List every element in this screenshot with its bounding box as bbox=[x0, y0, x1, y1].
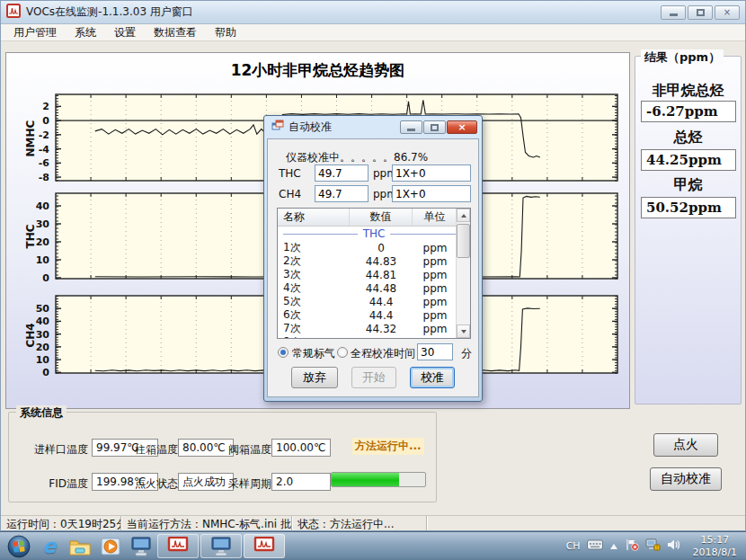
chart-title: 12小时非甲烷总烃趋势图 bbox=[6, 60, 629, 81]
svg-text:2: 2 bbox=[42, 101, 49, 112]
network-icon[interactable]: ! bbox=[645, 538, 661, 554]
ch4-value-input[interactable] bbox=[315, 185, 369, 202]
table-header: 名称 数值 单位 bbox=[278, 209, 470, 227]
dialog-minimize-button[interactable] bbox=[400, 120, 422, 134]
ignition-state-label: 点火状态 bbox=[135, 476, 178, 492]
y-axis-label-nmhc: NMHC bbox=[24, 98, 37, 179]
row-unit: ppm bbox=[413, 282, 457, 295]
taskbar: e CH bbox=[0, 531, 746, 560]
status-bar: 运行时间：0天19时25分29秒 当前运行方法：NMHC-标气.ini 批处理 … bbox=[1, 515, 745, 530]
thc-field-label: THC bbox=[279, 167, 301, 180]
row-unit: ppm bbox=[413, 296, 457, 308]
maximize-button[interactable] bbox=[688, 5, 713, 20]
row-name: 8次 bbox=[278, 334, 350, 339]
scroll-down-button[interactable] bbox=[457, 324, 470, 338]
dialog-close-button[interactable]: × bbox=[447, 120, 477, 134]
menu-system[interactable]: 系统 bbox=[66, 23, 105, 42]
dialog-maximize-button[interactable] bbox=[423, 120, 446, 134]
col-unit-header[interactable]: 单位 bbox=[413, 209, 457, 226]
menu-data-view[interactable]: 数据查看 bbox=[145, 23, 206, 42]
menubar: 用户管理 系统 设置 数据查看 帮助 bbox=[1, 24, 745, 41]
radio-normal-gas[interactable] bbox=[278, 347, 289, 358]
time-label: 时间 bbox=[394, 346, 415, 361]
result-label-ch4: 甲烷 bbox=[635, 176, 741, 195]
start-button[interactable]: 开始 bbox=[351, 367, 396, 388]
time-input[interactable] bbox=[417, 343, 453, 360]
dialog-minimize-icon bbox=[407, 129, 415, 131]
fid-temp-label: FID温度 bbox=[11, 476, 88, 492]
svg-text:20: 20 bbox=[36, 342, 50, 353]
dialog-title: 自动校准 bbox=[289, 120, 332, 135]
table-row: 8次44.4ppm bbox=[278, 335, 470, 339]
scroll-up-icon bbox=[461, 214, 466, 218]
status-run-time: 运行时间：0天19时25分29秒 bbox=[1, 516, 121, 530]
abort-button[interactable]: 放弃 bbox=[291, 367, 338, 388]
calibrate-button[interactable]: 校准 bbox=[410, 367, 455, 388]
row-unit: ppm bbox=[413, 323, 457, 335]
auto-calibrate-button[interactable]: 自动校准 bbox=[650, 467, 722, 491]
menu-settings[interactable]: 设置 bbox=[105, 23, 145, 42]
task-monitor-app-window-1[interactable] bbox=[157, 534, 199, 558]
action-center-flag-icon[interactable] bbox=[625, 538, 639, 554]
volume-icon[interactable] bbox=[667, 538, 681, 554]
row-value: 44.4 bbox=[350, 296, 413, 308]
internet-explorer-icon[interactable]: e bbox=[34, 534, 65, 559]
method-running-status: 方法运行中... bbox=[352, 438, 424, 455]
svg-text:-6: -6 bbox=[39, 157, 50, 169]
start-button[interactable] bbox=[4, 534, 34, 559]
close-button[interactable]: × bbox=[715, 5, 740, 20]
keyboard-icon[interactable] bbox=[587, 539, 603, 553]
row-unit: ppm bbox=[413, 269, 457, 281]
radio-full-calibration-label[interactable]: 全程校准 bbox=[351, 346, 394, 361]
radio-normal-gas-label[interactable]: 常规标气 bbox=[292, 346, 335, 361]
ch4-range-input[interactable] bbox=[392, 185, 471, 202]
svg-text:10: 10 bbox=[36, 254, 50, 266]
table-row: 7次44.32ppm bbox=[278, 322, 470, 335]
system-tray: CH ! 15:17 2018/8/1 bbox=[566, 534, 742, 559]
results-group-title: 结果（ppm） bbox=[641, 49, 724, 66]
task-monitor-app-window-2[interactable] bbox=[244, 534, 285, 558]
table-row: 3次44.81ppm bbox=[278, 268, 470, 281]
clock[interactable]: 15:17 2018/8/1 bbox=[693, 534, 737, 559]
menu-help[interactable]: 帮助 bbox=[206, 23, 245, 42]
inlet-temp-label: 进样口温度 bbox=[11, 442, 88, 458]
svg-text:-2: -2 bbox=[39, 129, 49, 141]
col-name-header[interactable]: 名称 bbox=[278, 209, 350, 226]
calibration-results-table: 名称 数值 单位 THC 1次0ppm 2次44.83ppm 3次44.81pp… bbox=[277, 208, 471, 339]
titlebar[interactable]: VOCs在线监测-1.1.3.03 用户窗口 × bbox=[1, 1, 745, 24]
scrollbar-thumb[interactable] bbox=[457, 224, 470, 258]
thc-value-input[interactable] bbox=[315, 164, 369, 182]
file-explorer-icon[interactable] bbox=[65, 534, 95, 559]
media-player-icon[interactable] bbox=[95, 534, 126, 559]
radio-full-calibration[interactable] bbox=[337, 347, 348, 358]
remote-computer-icon[interactable] bbox=[126, 534, 156, 559]
svg-text:40: 40 bbox=[36, 316, 50, 327]
dialog-titlebar[interactable]: 自动校准 × bbox=[267, 116, 479, 138]
method-progress-fill bbox=[332, 473, 399, 486]
status-current-method: 当前运行方法：NMHC-标气.ini 批处理 bbox=[121, 516, 292, 530]
minimize-button[interactable] bbox=[661, 5, 686, 20]
row-value: 44.83 bbox=[350, 255, 413, 268]
row-unit: ppm bbox=[413, 336, 457, 340]
table-row: 4次44.48ppm bbox=[278, 281, 470, 295]
col-value-header[interactable]: 数值 bbox=[350, 209, 413, 226]
row-value: 44.4 bbox=[350, 336, 413, 340]
row-value: 44.81 bbox=[350, 269, 413, 281]
svg-text:-4: -4 bbox=[39, 144, 50, 156]
svg-text:0: 0 bbox=[42, 367, 49, 378]
svg-text:50: 50 bbox=[36, 303, 50, 315]
thc-range-input[interactable] bbox=[392, 164, 471, 182]
oven-temp-value: 80.00℃ bbox=[178, 439, 234, 457]
svg-text:0: 0 bbox=[42, 272, 49, 284]
result-label-thc: 总烃 bbox=[635, 129, 741, 147]
task-remote-computer-window[interactable] bbox=[200, 534, 242, 558]
ignite-button[interactable]: 点火 bbox=[653, 433, 718, 457]
table-row: 1次0ppm bbox=[278, 241, 470, 254]
results-group: 结果（ppm） 非甲烷总烃 -6.27ppm 总烃 44.25ppm 甲烷 50… bbox=[635, 56, 742, 404]
valve-temp-value: 100.00℃ bbox=[271, 439, 331, 457]
show-hidden-icons-button[interactable] bbox=[609, 540, 618, 553]
menu-user-management[interactable]: 用户管理 bbox=[4, 23, 66, 42]
table-scrollbar[interactable] bbox=[456, 209, 470, 338]
language-indicator[interactable]: CH bbox=[566, 540, 581, 552]
scroll-up-button[interactable] bbox=[457, 209, 470, 222]
